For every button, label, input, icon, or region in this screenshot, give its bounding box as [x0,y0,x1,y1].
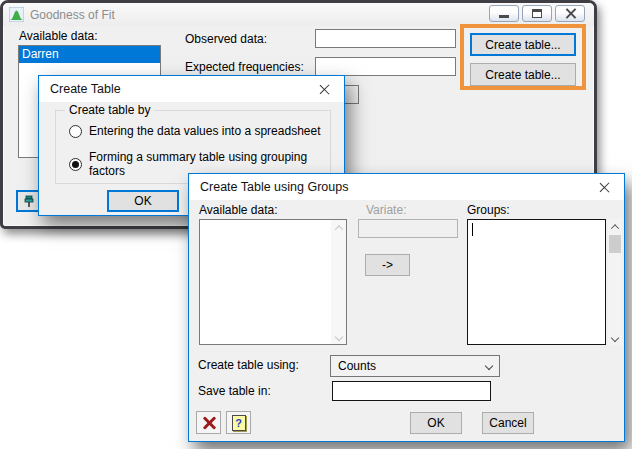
close-icon[interactable] [319,84,330,95]
chevron-up-icon [334,225,342,233]
maximize-icon [532,9,542,18]
scrollbar-up-button[interactable] [608,219,622,234]
ok-button[interactable]: OK [410,412,462,434]
text-caret [472,223,473,236]
cancel-button[interactable]: Cancel [482,412,534,434]
minimize-button[interactable] [489,5,519,22]
minimize-icon [499,15,509,18]
create-table-using-groups-dialog: Create Table using Groups Available data… [188,173,625,442]
expected-frequencies-input[interactable] [315,57,456,76]
create-table-using-label: Create table using: [198,358,299,372]
help-icon: ? [232,415,246,431]
groups-dialog-title-bar[interactable]: Create Table using Groups [189,174,624,200]
close-button[interactable] [555,5,585,22]
screenshot-canvas: Goodness of Fit Available data: Darren O… [0,0,632,449]
observed-data-input[interactable] [315,29,456,48]
list-scrollbar[interactable] [331,220,346,344]
save-table-in-input[interactable] [332,381,491,401]
create-table-title-bar[interactable]: Create Table [39,76,344,102]
expected-frequencies-label: Expected frequencies: [185,60,304,74]
close-icon [565,8,576,19]
pushpin-icon [22,194,36,208]
clear-button[interactable] [196,411,221,434]
radio-enter-spreadsheet[interactable]: Entering the data values into a spreadsh… [69,124,321,138]
groups-label: Groups: [467,203,510,217]
orange-highlight-annotation [460,24,586,90]
available-data-label: Available data: [199,203,278,217]
groups-dialog-title: Create Table using Groups [200,180,348,194]
radio-icon [69,125,82,138]
window-controls [489,5,585,22]
groupbox-label: Create table by [65,103,154,117]
chevron-down-icon [485,362,493,370]
observed-data-label: Observed data: [185,32,267,46]
variate-input-disabled [358,219,458,238]
groups-scrollbar[interactable] [608,219,622,345]
scrollbar-up-button[interactable] [331,220,346,235]
radio-label: Entering the data values into a spreadsh… [89,124,321,138]
radio-icon [69,158,82,171]
help-button[interactable]: ? [226,411,251,434]
red-x-icon [202,416,216,430]
list-item[interactable]: Darren [19,46,160,63]
variate-label: Variate: [366,203,406,217]
chevron-down-icon [334,332,342,340]
maximize-button[interactable] [522,5,552,22]
create-table-title: Create Table [50,82,121,96]
create-table-using-dropdown[interactable]: Counts [330,355,500,377]
available-data-label: Available data: [19,29,98,43]
groups-input-list[interactable] [467,219,606,345]
window-title: Goodness of Fit [30,8,115,22]
dropdown-selected-value: Counts [338,359,376,373]
scrollbar-down-button[interactable] [331,329,346,344]
move-right-button[interactable]: -> [365,254,410,276]
available-data-list[interactable] [199,219,347,345]
close-icon[interactable] [599,182,610,193]
ok-button[interactable]: OK [107,190,179,212]
scrollbar-down-button[interactable] [608,330,622,345]
save-table-in-label: Save table in: [198,384,271,398]
app-icon [9,7,24,22]
chevron-down-icon [611,333,619,341]
scrollbar-thumb[interactable] [609,235,621,253]
chevron-up-icon [611,224,619,232]
